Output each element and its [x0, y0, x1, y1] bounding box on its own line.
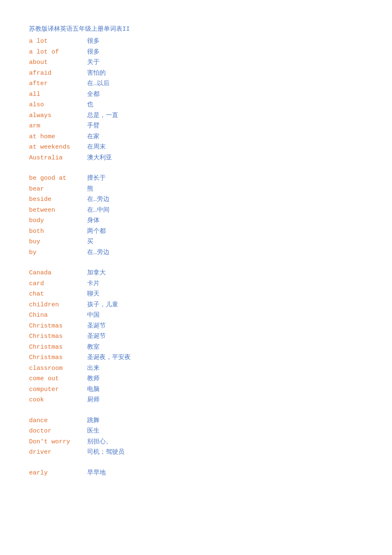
word-row: at weekends在周末	[29, 142, 363, 153]
english-word: about	[29, 57, 87, 68]
word-row: a lot很多	[29, 36, 363, 47]
word-row: bear熊	[29, 184, 363, 195]
english-word: be good at	[29, 173, 87, 184]
word-row: all全都	[29, 89, 363, 100]
chinese-translation: 孩子，儿童	[87, 300, 118, 311]
chinese-translation: 在家	[87, 132, 100, 142]
word-row: at home在家	[29, 132, 363, 142]
english-word: Australia	[29, 153, 87, 164]
english-word: Christmas	[29, 342, 87, 353]
english-word: computer	[29, 384, 87, 395]
chinese-translation: 聊天	[87, 289, 100, 300]
english-word: chat	[29, 289, 87, 300]
word-row: come out教师	[29, 374, 363, 384]
word-row: by在…旁边	[29, 247, 363, 258]
word-row: China中国	[29, 310, 363, 321]
english-word: driver	[29, 447, 87, 458]
english-word: a lot of	[29, 47, 87, 58]
english-word: Don't worry	[29, 437, 87, 447]
section-b: be good at擅长于bear熊beside在…旁边between在…中间b…	[29, 173, 363, 258]
word-row: always总是，一直	[29, 110, 363, 121]
word-row: Christmas教室	[29, 342, 363, 353]
word-row: driver司机；驾驶员	[29, 447, 363, 458]
english-word: Canada	[29, 268, 87, 279]
word-row: buy买	[29, 237, 363, 247]
english-word: doctor	[29, 426, 87, 437]
english-word: at weekends	[29, 142, 87, 153]
chinese-translation: 害怕的	[87, 68, 106, 79]
word-row: about关于	[29, 57, 363, 68]
chinese-translation: 身体	[87, 215, 100, 226]
word-row: after在…以后	[29, 78, 363, 89]
english-word: both	[29, 226, 87, 237]
word-row: afraid害怕的	[29, 68, 363, 79]
chinese-translation: 卡片	[87, 279, 100, 289]
english-word: at home	[29, 132, 87, 142]
chinese-translation: 很多	[87, 36, 100, 47]
chinese-translation: 圣诞夜，平安夜	[87, 352, 131, 363]
chinese-translation: 在…中间	[87, 205, 110, 216]
english-word: Christmas	[29, 331, 87, 342]
page-container: 苏教版译林英语五年级上册单词表II a lot很多a lot of很多about…	[29, 25, 363, 478]
english-word: by	[29, 247, 87, 258]
english-word: Christmas	[29, 321, 87, 332]
english-word: beside	[29, 194, 87, 205]
chinese-translation: 很多	[87, 47, 100, 58]
english-word: between	[29, 205, 87, 216]
word-row: card卡片	[29, 279, 363, 289]
chinese-translation: 别担心。	[87, 437, 112, 447]
english-word: bear	[29, 184, 87, 195]
chinese-translation: 早早地	[87, 468, 106, 479]
word-row: cook厨师	[29, 395, 363, 406]
english-word: always	[29, 110, 87, 121]
chinese-translation: 两个都	[87, 226, 106, 237]
english-word: a lot	[29, 36, 87, 47]
english-word: cook	[29, 395, 87, 406]
english-word: all	[29, 89, 87, 100]
chinese-translation: 熊	[87, 184, 93, 195]
word-row: early早早地	[29, 468, 363, 479]
chinese-translation: 在…以后	[87, 78, 110, 89]
word-row: classroom出来	[29, 363, 363, 374]
english-word: China	[29, 310, 87, 321]
english-word: after	[29, 78, 87, 89]
word-row: children孩子，儿童	[29, 300, 363, 311]
chinese-translation: 在…旁边	[87, 247, 110, 258]
english-word: early	[29, 468, 87, 479]
word-row: doctor医生	[29, 426, 363, 437]
word-row: be good at擅长于	[29, 173, 363, 184]
english-word: children	[29, 300, 87, 311]
chinese-translation: 澳大利亚	[87, 153, 112, 164]
word-row: arm手臂	[29, 121, 363, 132]
word-row: chat聊天	[29, 289, 363, 300]
chinese-translation: 医生	[87, 426, 100, 437]
english-word: afraid	[29, 68, 87, 79]
english-word: buy	[29, 237, 87, 247]
chinese-translation: 总是，一直	[87, 110, 118, 121]
chinese-translation: 圣诞节	[87, 321, 106, 332]
chinese-translation: 中国	[87, 310, 100, 321]
word-row: Christmas圣诞节	[29, 321, 363, 332]
word-row: computer电脑	[29, 384, 363, 395]
chinese-translation: 司机；驾驶员	[87, 447, 124, 458]
word-row: Don't worry别担心。	[29, 437, 363, 447]
english-word: Christmas	[29, 352, 87, 363]
word-row: dance跳舞	[29, 416, 363, 426]
chinese-translation: 厨师	[87, 395, 100, 406]
english-word: body	[29, 215, 87, 226]
word-row: beside在…旁边	[29, 194, 363, 205]
english-word: card	[29, 279, 87, 289]
section-e: early早早地	[29, 468, 363, 479]
english-word: classroom	[29, 363, 87, 374]
word-row: Canada加拿大	[29, 268, 363, 279]
word-row: between在…中间	[29, 205, 363, 216]
chinese-translation: 电脑	[87, 384, 100, 395]
chinese-translation: 也	[87, 100, 93, 110]
section-a: a lot很多a lot of很多about关于afraid害怕的after在……	[29, 36, 363, 163]
word-row: body身体	[29, 215, 363, 226]
chinese-translation: 关于	[87, 57, 100, 68]
chinese-translation: 教师	[87, 374, 100, 384]
chinese-translation: 擅长于	[87, 173, 106, 184]
section-d: dance跳舞doctor医生Don't worry别担心。driver司机；驾…	[29, 416, 363, 458]
chinese-translation: 在周末	[87, 142, 106, 153]
